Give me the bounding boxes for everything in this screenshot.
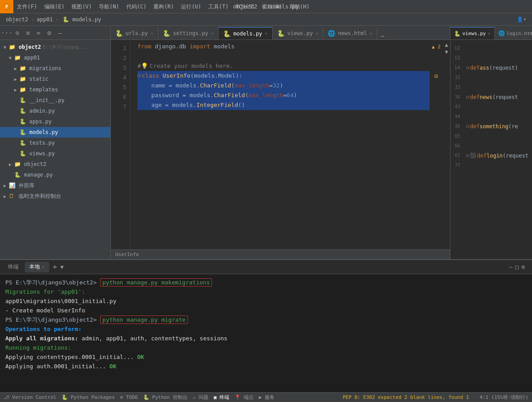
tree-item-models[interactable]: ▶ 🐍 models.py [0,127,110,138]
menu-window[interactable]: 窗口(W) [258,0,286,13]
sidebar-tool-list[interactable]: ≡ [24,29,32,37]
sidebar-tool-circle[interactable]: ⊙ [13,29,21,37]
tree-item-app01[interactable]: ▼ 📁 app01 [0,52,110,63]
menu-nav[interactable]: 导航(N) [95,0,123,13]
right-login-label: login.html [507,31,532,36]
term-line-2: Migrations for 'app01': [5,287,527,296]
problems[interactable]: ⚠ 问题 [193,394,208,401]
term-minimize[interactable]: — [509,264,513,270]
menu-code[interactable]: 代码(C) [123,0,150,13]
menu-help[interactable]: 帮助(H) [286,0,313,13]
breadcrumb-user-icon[interactable]: 👤▾ [517,16,526,22]
tab-urls[interactable]: 🐍 urls.py ✕ [111,27,158,39]
term-add-button[interactable]: + [51,263,59,271]
tree-item-templates[interactable]: ▶ 📁 templates [0,84,110,95]
term-gear[interactable]: ⚙ [521,264,525,270]
warning-badge: ▲ 2 [432,42,441,51]
tree-views-label: views.py [29,150,55,157]
tab-settings-label: settings.py [173,30,208,36]
todo[interactable]: ≡ TODO [120,394,138,400]
tab-views-label: views.py [287,30,313,36]
scroll-controls: ▲ ▼ [443,40,450,249]
sidebar-tool-gear[interactable]: ⚙ [45,29,53,37]
services[interactable]: ▶ 服务 [259,394,274,401]
py-icon: 🐍 [20,97,27,103]
line-num-1: 1 [111,43,126,53]
fold-btn-4[interactable]: ⊟ [137,71,141,81]
tab-views[interactable]: 🐍 views.py ✕ [273,27,323,39]
tab-news[interactable]: 🌐 news.html ✕ [323,27,377,39]
right-login-icon: 🌐 [498,30,505,36]
code-line-5: name = models.CharField(max_length=32) [137,81,430,91]
tab-more[interactable]: ⋯ [377,33,388,39]
tree-item-tests[interactable]: ▶ 🐍 tests.py [0,138,110,148]
project-sidebar: ··· ⊙ ≡ ≔ ⚙ — ▼ 📁 object2 E:\学习\djang...… [0,26,111,259]
tree-item-extlibs[interactable]: ▶ 📊 外部库 [0,180,110,191]
terminal-content[interactable]: PS E:\学习\django3\object2> python manage.… [0,274,532,392]
tab-views-close[interactable]: ✕ [316,31,319,36]
term-tab-terminal[interactable]: 终端 [4,262,23,272]
right-tab-views[interactable]: 🐍 views.py ✕ [450,27,495,39]
terminal-area: 终端 本地 ✕ + ▼ — □ ⚙ PS E:\学习\django3\objec… [0,260,532,392]
menu-view[interactable]: 视图(V) [68,0,95,13]
terminal-status[interactable]: ▣ 终端 [214,394,229,401]
tree-item-object2-sub[interactable]: ▶ 📁 object2 [0,159,110,169]
python-console[interactable]: 🐍 Python 控制台 [143,394,188,401]
tab-urls-close[interactable]: ✕ [151,31,154,36]
tab-settings-close[interactable]: ✕ [211,31,214,36]
endpoints[interactable]: 📍 端点 [235,394,254,401]
title-bar: P 文件(F) 编辑(E) 视图(V) 导航(N) 代码(C) 重构(R) 运行… [0,0,532,13]
right-panel: 🐍 views.py ✕ 🌐 login.html ✕ 12 13 14 32 [450,26,532,259]
tree-item-tmp[interactable]: ▶ 🗒 临时文件和控制台 [0,191,110,201]
tree-extlibs-label: 外部库 [19,182,35,189]
tree-tests-label: tests.py [29,140,55,146]
line-num-4: 4 [111,73,126,83]
tree-item-migrations[interactable]: ▶ 📁 migrations [0,63,110,74]
tab-models[interactable]: 🐍 models.py ✕ [219,27,273,39]
menu-refactor[interactable]: 重构(R) [150,0,177,13]
line-numbers: 1 2 3 4 5 6 7 [111,40,130,249]
tab-news-close[interactable]: ✕ [369,31,372,36]
menu-run[interactable]: 运行(U) [177,0,205,13]
right-tab-login[interactable]: 🌐 login.html ✕ [495,27,532,39]
tree-item-admin[interactable]: ▶ 🐍 admin.py [0,106,110,116]
term-line-7: Apply all migrations: admin, app01, auth… [5,334,527,343]
term-arrow-down[interactable]: ▼ [60,264,63,270]
menu-edit[interactable]: 编辑(E) [41,0,68,13]
tab-models-close[interactable]: ✕ [265,31,268,36]
term-tab-local[interactable]: 本地 ✕ [25,262,49,272]
term-tab-local-close[interactable]: ✕ [42,264,45,270]
cmd-migrate: python manage.py migrate [100,315,188,324]
python-packages[interactable]: 🐍 Python Packages [62,394,115,400]
sidebar-tool-filter[interactable]: ≔ [35,29,43,37]
sidebar-tool-dots[interactable]: ··· [3,29,11,37]
menu-vcs[interactable]: VCS(S) [232,0,258,13]
right-views-close[interactable]: ✕ [488,31,491,36]
py-icon: 🐍 [20,118,27,125]
code-content[interactable]: from django.db import models #💡Create yo… [130,40,430,249]
r-line-12 [466,43,532,53]
tree-item-root[interactable]: ▼ 📁 object2 E:\学习\djang... [0,42,110,52]
tree-item-views[interactable]: ▶ 🐍 views.py [0,148,110,159]
menu-file[interactable]: 文件(F) [13,0,41,13]
scroll-down[interactable]: ▼ [445,49,448,55]
scroll-up[interactable]: ▲ [445,42,448,48]
debug-icon-67: ⬛ [470,151,476,161]
code-line-6: password = models.CharField(max_length=6… [137,91,430,100]
tab-settings[interactable]: 🐍 settings.py ✕ [158,27,219,39]
term-maximize[interactable]: □ [515,264,519,270]
breadcrumb-part2[interactable]: app01 [37,16,53,23]
breadcrumb-part3[interactable]: 🐍 models.py [61,16,101,23]
tree-item-apps[interactable]: ▶ 🐍 apps.py [0,116,110,127]
r-line-43 [466,102,532,112]
tree-item-manage[interactable]: ▶ 🐍 manage.py [0,169,110,180]
sidebar-tool-minus[interactable]: — [56,29,64,37]
version-control[interactable]: ⎇ Version Control [4,394,56,400]
tree-item-init[interactable]: ▶ 🐍 __init__.py [0,95,110,106]
breadcrumb-part1[interactable]: object2 [6,16,28,23]
settings-tab-icon: 🐍 [163,30,170,37]
r-line-33 [466,83,532,92]
main-container: ··· ⊙ ≡ ≔ ⚙ — ▼ 📁 object2 E:\学习\djang...… [0,26,532,392]
menu-tools[interactable]: 工具(T) [205,0,232,13]
tree-item-static[interactable]: ▶ 📁 static [0,74,110,84]
